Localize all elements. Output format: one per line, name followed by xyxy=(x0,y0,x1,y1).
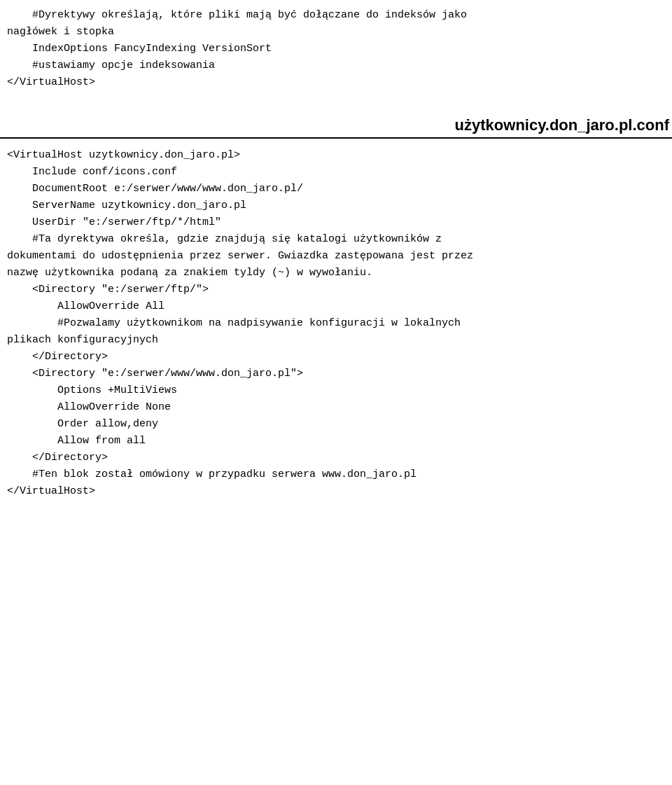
line-1: #Dyrektywy określają, które pliki mają b… xyxy=(7,7,665,24)
s2-line-13: </Directory> xyxy=(7,349,665,366)
section1-block: #Dyrektywy określają, które pliki mają b… xyxy=(0,7,672,91)
s2-line-21: #Ten blok został omówiony w przypadku se… xyxy=(7,466,665,483)
s2-line-12: plikach konfiguracyjnych xyxy=(7,332,665,349)
section2-block: <VirtualHost uzytkownicy.don_jaro.pl> In… xyxy=(0,144,672,503)
s2-line-6: dokumentami do udostępnienia przez serwe… xyxy=(7,248,665,265)
page-container: #Dyrektywy określają, które pliki mają b… xyxy=(0,0,672,785)
s2-line-3: ServerName uzytkownicy.don_jaro.pl xyxy=(7,197,665,214)
line-4: #ustawiamy opcje indeksowania xyxy=(7,57,665,74)
s2-line-0: <VirtualHost uzytkownicy.don_jaro.pl> xyxy=(7,147,665,164)
s2-line-2: DocumentRoot e:/serwer/www/www.don_jaro.… xyxy=(7,181,665,197)
s2-line-11: #Pozwalamy użytkownikom na nadpisywanie … xyxy=(7,315,665,332)
s2-line-9: <Directory "e:/serwer/ftp/"> xyxy=(7,282,665,298)
s2-line-22: </VirtualHost> xyxy=(7,483,665,500)
s2-line-7: nazwę użytkownika podaną za znakiem tyld… xyxy=(7,265,665,282)
line-2: nagłówek i stopka xyxy=(7,24,665,41)
s2-line-1: Include conf/icons.conf xyxy=(7,164,665,181)
s2-line-10: AllowOverride All xyxy=(7,298,665,315)
s2-line-16: Options +MultiViews xyxy=(7,382,665,399)
section-divider: użytkownicy.don_jaro.pl.conf xyxy=(0,116,672,139)
s2-line-20: </Directory> xyxy=(7,450,665,466)
spacer-1 xyxy=(0,91,672,102)
s2-line-18: Order allow,deny xyxy=(7,416,665,433)
section2-title: użytkownicy.don_jaro.pl.conf xyxy=(455,116,672,134)
s2-line-4: UserDir "e:/serwer/ftp/*/html" xyxy=(7,214,665,231)
s2-line-17: AllowOverride None xyxy=(7,399,665,416)
s2-line-15: <Directory "e:/serwer/www/www.don_jaro.p… xyxy=(7,366,665,382)
line-3: IndexOptions FancyIndexing VersionSort xyxy=(7,41,665,57)
s2-line-19: Allow from all xyxy=(7,433,665,450)
s2-line-5: #Ta dyrektywa określa, gdzie znajdują si… xyxy=(7,231,665,248)
line-6: </VirtualHost> xyxy=(7,74,665,91)
